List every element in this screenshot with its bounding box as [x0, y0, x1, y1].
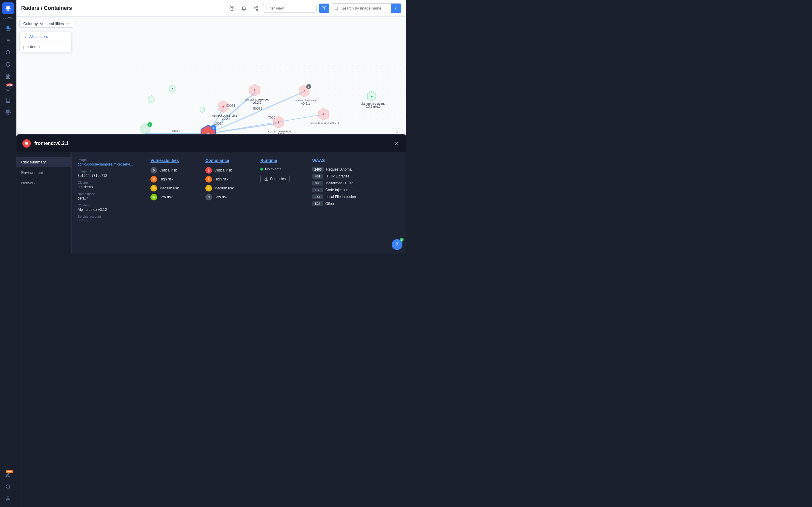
svg-text:v0.2.1: v0.2.1 — [301, 102, 310, 105]
sidebar-item-radar[interactable] — [3, 23, 13, 34]
node-misc-5[interactable] — [200, 107, 204, 113]
waas-badge-1: 461 — [312, 174, 323, 179]
share-icon-btn[interactable] — [251, 4, 261, 13]
search-input[interactable] — [339, 4, 391, 12]
forensics-button[interactable]: Forensics — [260, 175, 290, 183]
svg-text:1: 1 — [308, 85, 309, 88]
filter-view-input[interactable] — [263, 4, 317, 12]
cluster-label: Cluster — [78, 181, 143, 184]
vuln-high-label: High risk — [159, 177, 173, 181]
sidebar: CLOUD 1921 Trial — [0, 0, 16, 253]
cluster-back-label: All clusters — [29, 34, 48, 39]
vuln-low-label: Low risk — [159, 195, 172, 199]
topbar-actions — [227, 3, 401, 13]
comp-high-row: 1 High risk — [205, 176, 253, 182]
app-logo[interactable] — [2, 2, 14, 14]
svg-text:8080: 8080 — [172, 129, 180, 133]
svg-text:10014: 10014 — [214, 122, 223, 125]
sidebar-item-alerts[interactable]: 1921 — [3, 83, 13, 94]
detail-content: Image gcr.io/google-samples/microservi..… — [72, 152, 406, 253]
image-value[interactable]: gcr.io/google-samples/microservi... — [78, 162, 143, 166]
detail-nav-risk-summary[interactable]: Risk summary — [16, 157, 71, 167]
svg-text:✦: ✦ — [222, 105, 225, 109]
compliance-title[interactable]: Compliance — [205, 158, 253, 163]
detail-nav: Risk summary Environment Network — [16, 152, 72, 253]
svg-point-29 — [335, 7, 338, 9]
filter-button[interactable] — [319, 4, 329, 13]
detail-icon — [22, 139, 31, 148]
comp-medium-label: Medium risk — [214, 186, 234, 190]
svg-text:0.3.5-gke.0: 0.3.5-gke.0 — [366, 105, 381, 108]
vuln-low-row: 4 Low risk — [150, 194, 198, 201]
sidebar-item-book[interactable] — [3, 95, 13, 106]
waas-badge-5: 522 — [312, 201, 323, 206]
help-button[interactable]: ? 6 — [392, 239, 402, 250]
svg-text:✦: ✦ — [303, 89, 306, 93]
sidebar-item-list[interactable] — [3, 35, 13, 46]
detail-nav-network[interactable]: Network — [16, 178, 71, 188]
image-id-label: Image ID — [78, 169, 143, 173]
sidebar-item-search[interactable] — [3, 47, 13, 58]
vulnerabilities-title[interactable]: Vulnerabilities — [150, 158, 198, 163]
svg-text:1: 1 — [149, 123, 150, 126]
forensics-label: Forensics — [270, 177, 286, 181]
comp-low-row: 0 Low risk — [205, 194, 253, 201]
namespace-row: Namespace default — [78, 192, 143, 201]
svg-text:v0.2.1: v0.2.1 — [222, 117, 231, 120]
app-label: CLOUD — [3, 16, 14, 19]
detail-nav-environment[interactable]: Environment — [16, 167, 71, 178]
svg-point-23 — [256, 6, 258, 7]
detail-title: frontend:v0.2.1 — [34, 141, 390, 146]
waas-badge-3: 150 — [312, 187, 323, 192]
comp-low-label: Low risk — [214, 195, 227, 199]
cluster-back-button[interactable]: All clusters — [20, 32, 71, 42]
sidebar-item-shield[interactable] — [3, 59, 13, 70]
cluster-item-pm-demo[interactable]: pm-demo — [20, 42, 71, 52]
svg-text:✦: ✦ — [277, 120, 280, 124]
comp-low-badge: 0 — [205, 194, 212, 201]
svg-line-11 — [9, 53, 10, 54]
vuln-critical-label: Critical risk — [159, 168, 177, 172]
svg-text:emailservice:v0.2.1: emailservice:v0.2.1 — [311, 121, 339, 125]
waas-label-5: Other — [325, 202, 334, 206]
waas-row-1: 461 HTTP Libraries — [312, 174, 372, 179]
vuln-medium-row: 4 Medium risk — [150, 185, 198, 191]
svg-text:✦: ✦ — [322, 112, 325, 116]
comp-critical-label: Critical risk — [214, 168, 232, 172]
color-by-button[interactable]: Color by: Vulnerabilities — [19, 20, 73, 28]
runtime-no-events-label: No events — [265, 167, 281, 171]
image-id-row: Image ID 3b152ffe781ec712 — [78, 169, 143, 178]
namespace-label: Namespace — [78, 192, 143, 195]
comp-critical-row: 1 Critical risk — [205, 167, 253, 174]
image-label: Image — [78, 158, 143, 162]
svg-marker-28 — [322, 6, 326, 9]
waas-label-2: Malformed HTTP... — [325, 181, 355, 185]
waas-badge-0: 2463 — [312, 167, 323, 172]
detail-header: frontend:v0.2.1 ✕ — [16, 135, 406, 152]
waas-section: WAAS 2463 Request Anomal... 461 HTTP Lib… — [312, 158, 372, 247]
cluster-panel: All clusters pm-demo — [19, 32, 72, 52]
waas-row-3: 150 Code Injection — [312, 187, 372, 192]
search-submit-button[interactable] — [391, 4, 401, 13]
topbar: Radars / Containers — [16, 0, 406, 17]
detail-close-button[interactable]: ✕ — [393, 139, 400, 148]
alerts-badge: 1921 — [6, 83, 13, 86]
sidebar-item-reports[interactable] — [3, 71, 13, 82]
image-info-section: Image gcr.io/google-samples/microservi..… — [78, 158, 143, 247]
bell-icon-btn[interactable] — [239, 4, 249, 13]
waas-label-4: Local File Inclusion — [325, 195, 356, 199]
sidebar-item-settings[interactable] — [3, 107, 13, 117]
svg-point-24 — [254, 7, 255, 9]
waas-title[interactable]: WAAS — [312, 158, 372, 163]
detail-panel: frontend:v0.2.1 ✕ Risk summary Environme… — [16, 134, 406, 253]
search-wrap — [332, 3, 401, 13]
vuln-low-badge: 4 — [150, 194, 157, 201]
help-icon-btn[interactable] — [227, 4, 237, 13]
service-account-value[interactable]: default — [78, 219, 143, 223]
svg-point-25 — [256, 9, 258, 11]
runtime-title[interactable]: Runtime — [260, 158, 305, 163]
svg-text:✦: ✦ — [171, 88, 173, 90]
comp-high-badge: 1 — [205, 176, 212, 182]
cluster-value: pm-demo — [78, 185, 143, 189]
svg-text:✦: ✦ — [370, 95, 373, 98]
